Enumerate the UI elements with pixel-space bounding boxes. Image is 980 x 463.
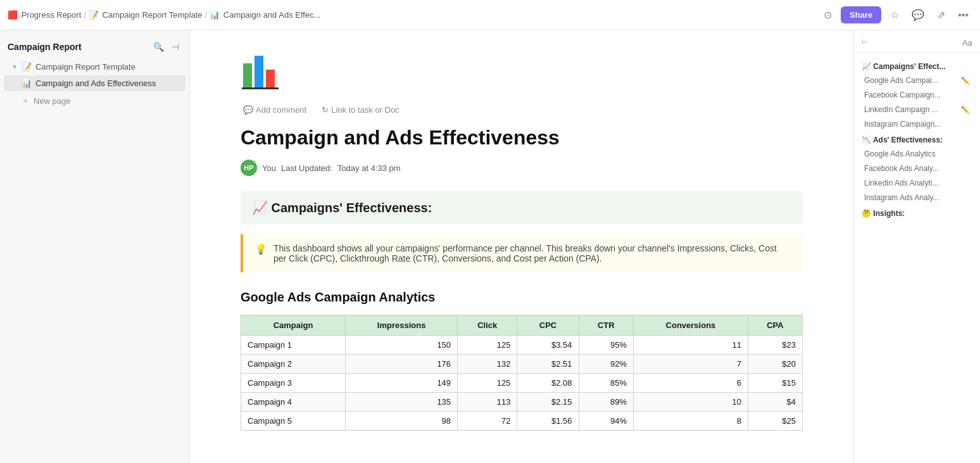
table-cell: 89% [579, 393, 634, 412]
export-button[interactable]: ⇗ [933, 6, 949, 23]
breadcrumb: 🟥 Progress Report / 📝 Campaign Report Te… [8, 10, 816, 20]
main-layout: Campaign Report 🔍 ⊣ ▼ 📝 Campaign Report … [0, 30, 980, 463]
sidebar-title: Campaign Report [8, 42, 82, 52]
page-actions: 💬 Add comment ↻ Link to task or Doc [241, 104, 803, 116]
table-cell: $15 [748, 374, 802, 393]
right-panel-item-google-ads-campaign[interactable]: Google Ads Campai...✏️ [857, 73, 977, 87]
link-to-task-button[interactable]: ↻ Link to task or Doc [319, 104, 402, 116]
plus-icon: ＋ [22, 95, 30, 106]
table-cell: Campaign 2 [241, 355, 346, 374]
sidebar-header: Campaign Report 🔍 ⊣ [0, 35, 189, 58]
chat-icon: 💬 [912, 9, 924, 21]
avatar: HP [241, 160, 257, 176]
table-row: Campaign 4135113$2.1589%10$4 [241, 393, 803, 412]
table-cell: 10 [634, 393, 748, 412]
table-cell: 150 [346, 336, 458, 355]
sidebar-collapse-button[interactable]: ⊣ [169, 41, 182, 53]
right-panel-item-google-ads-analytics[interactable]: Google Ads Analytics [857, 147, 977, 161]
sidebar-item-campaign-report-template[interactable]: ▼ 📝 Campaign Report Template [4, 59, 185, 75]
right-panel-section-label-insights[interactable]: 🤔 Insights: [854, 205, 980, 220]
table-cell: Campaign 4 [241, 393, 346, 412]
sidebar-new-page[interactable]: ＋ New page [4, 92, 185, 110]
more-icon: ••• [958, 10, 969, 21]
campaign-ads-icon: 📊 [210, 10, 220, 20]
table-cell: 132 [458, 355, 517, 374]
table-row: Campaign 59872$1.5694%8$25 [241, 412, 803, 431]
table-row: Campaign 2176132$2.5192%7$20 [241, 355, 803, 374]
table-cell: 94% [579, 412, 634, 431]
page-icon[interactable] [241, 51, 803, 98]
table-cell: 125 [458, 374, 517, 393]
chevron-down-icon: ▼ [11, 63, 18, 70]
more-button[interactable]: ••• [954, 7, 972, 23]
table-cell: Campaign 3 [241, 374, 346, 393]
table-header-cell: Conversions [634, 315, 748, 336]
table-cell: 7 [634, 355, 748, 374]
table-cell: 85% [579, 374, 634, 393]
bulb-icon: 💡 [254, 243, 267, 255]
collapse-icon: ⊣ [172, 42, 179, 52]
chat-button[interactable]: 💬 [908, 6, 928, 23]
table-cell: 149 [346, 374, 458, 393]
table-row: Campaign 1150125$3.5495%11$23 [241, 336, 803, 355]
main-content: 💬 Add comment ↻ Link to task or Doc Camp… [190, 30, 853, 463]
right-panel-item-linkedin-ads-analytics[interactable]: LinkedIn Ads Analyti... [857, 176, 977, 190]
table-header-cell: Click [458, 315, 517, 336]
table-header-cell: CPC [517, 315, 579, 336]
table-cell: 113 [458, 393, 517, 412]
right-panel-item-instagram-campaign[interactable]: Instagram Campaign... [857, 117, 977, 131]
table-cell: $2.15 [517, 393, 579, 412]
settings-button[interactable]: ⊙ [820, 6, 836, 23]
table-cell: 95% [579, 336, 634, 355]
chart-icon [241, 51, 281, 91]
right-panel-section-label-campaigns-effectiveness[interactable]: 📈 Campaigns' Effect... [854, 58, 980, 73]
table-cell: $1.56 [517, 412, 579, 431]
table-cell: Campaign 5 [241, 412, 346, 431]
table-cell: 176 [346, 355, 458, 374]
author-label: You [262, 163, 276, 173]
add-comment-button[interactable]: 💬 Add comment [241, 104, 309, 116]
table-cell: 6 [634, 374, 748, 393]
info-block: 💡 This dashboard shows all your campaign… [241, 234, 803, 272]
breadcrumb-campaign-ads[interactable]: 📊 Campaign and Ads Effec... [210, 10, 320, 20]
edit-icon: ✏️ [961, 77, 970, 85]
table-header-cell: CTR [579, 315, 634, 336]
table-cell: 8 [634, 412, 748, 431]
settings-icon: ⊙ [824, 9, 832, 21]
table-cell: $25 [748, 412, 802, 431]
table-header-cell: Impressions [346, 315, 458, 336]
breadcrumb-campaign-report-template[interactable]: 📝 Campaign Report Template [89, 10, 203, 20]
table-cell: $23 [748, 336, 802, 355]
font-size-button[interactable]: Aa [962, 38, 972, 48]
info-text: This dashboard shows all your campaigns'… [273, 243, 791, 263]
star-icon: ☆ [890, 9, 899, 21]
table-cell: 125 [458, 336, 517, 355]
sidebar-search-button[interactable]: 🔍 [151, 41, 166, 53]
right-panel-item-facebook-ads-analytics[interactable]: Facebook Ads Analy... [857, 162, 977, 175]
right-panel-section-label-ads-effectiveness[interactable]: 📉 Ads' Effectiveness: [854, 132, 980, 146]
table-cell: $4 [748, 393, 802, 412]
sidebar-tree: ▼ 📝 Campaign Report Template 📊 Campaign … [0, 58, 189, 115]
sidebar-item-campaign-ads-effectiveness[interactable]: 📊 Campaign and Ads Effectiveness [4, 75, 185, 91]
right-panel-item-instagram-ads-analytics[interactable]: Instagram Ads Analy... [857, 191, 977, 205]
right-panel-content: 📈 Campaigns' Effect...Google Ads Campai.… [854, 58, 980, 220]
google-ads-table: CampaignImpressionsClickCPCCTRConversion… [241, 315, 803, 431]
table-header: CampaignImpressionsClickCPCCTRConversion… [241, 315, 803, 336]
author-row: HP You Last Updated: Today at 4:33 pm [241, 160, 803, 176]
right-panel-item-linkedin-campaign[interactable]: LinkedIn Campaign ...✏️ [857, 103, 977, 117]
campaign-ads-icon: 📊 [22, 79, 32, 88]
comment-icon: 💬 [243, 105, 253, 115]
table-header-row: CampaignImpressionsClickCPCCTRConversion… [241, 315, 803, 336]
section-heading-text: 📈 Campaigns' Effectiveness: [252, 201, 432, 215]
share-button[interactable]: Share [841, 6, 881, 23]
link-icon: ↻ [322, 105, 329, 115]
progress-report-icon: 🟥 [8, 10, 18, 20]
table-cell: 98 [346, 412, 458, 431]
star-button[interactable]: ☆ [886, 6, 903, 23]
page-title: Campaign and Ads Effectiveness [241, 126, 803, 149]
right-panel-item-facebook-campaign[interactable]: Facebook Campaign... [857, 88, 977, 102]
right-panel-header: ⊢ Aa [854, 38, 980, 53]
svg-rect-0 [243, 63, 252, 87]
breadcrumb-progress-report[interactable]: 🟥 Progress Report [8, 10, 81, 20]
svg-rect-1 [254, 56, 263, 87]
